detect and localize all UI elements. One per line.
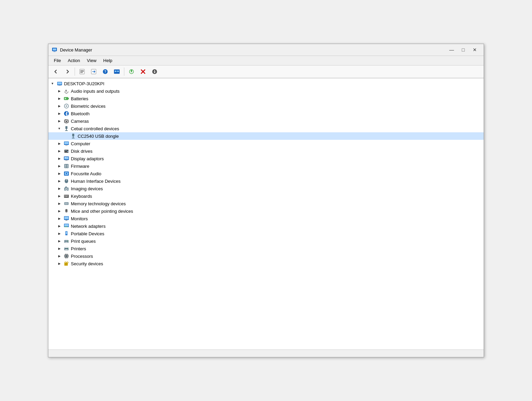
tree-root[interactable]: DESKTOP-3U20KPI [48,80,484,87]
svg-rect-42 [65,145,67,146]
svg-rect-88 [67,226,67,227]
keyboards-expand[interactable] [57,193,62,199]
focusrite-expand[interactable] [57,171,62,176]
tree-item-audio[interactable]: Audio inputs and outputs [48,87,484,95]
svg-point-64 [66,189,67,190]
menu-file[interactable]: File [51,57,64,64]
tree-item-firmware[interactable]: Firmware [48,162,484,170]
audio-expand[interactable] [57,88,62,94]
toolbar-sep-2 [124,68,124,76]
svg-rect-105 [68,255,69,256]
security-expand[interactable] [57,261,62,266]
tree-item-biometric[interactable]: Biometric devices [48,102,484,110]
minimize-button[interactable]: — [446,46,457,54]
svg-rect-107 [65,254,66,254]
content-area: DESKTOP-3U20KPI Audio inputs and outputs [48,78,484,350]
svg-rect-38 [73,136,74,138]
root-expand-btn[interactable] [50,81,55,86]
tree-item-batteries[interactable]: Batteries [48,95,484,102]
remove-device-button[interactable] [138,67,148,76]
menu-help[interactable]: Help [100,57,115,64]
display-icon [63,155,69,162]
tree-item-disk[interactable]: Disk drives [48,147,484,155]
batteries-label: Batteries [71,96,88,101]
maximize-button[interactable]: □ [458,46,469,54]
disable-button[interactable] [149,67,160,76]
disk-expand[interactable] [57,148,62,154]
firmware-icon [63,163,69,169]
tree-item-cebal[interactable]: Cebal controlled devices [48,125,484,132]
svg-rect-97 [65,247,68,248]
portable-expand[interactable] [57,231,62,236]
hid-icon [63,178,69,184]
scan-button[interactable] [126,67,137,76]
tree-item-bluetooth[interactable]: Bluetooth [48,110,484,117]
tree-item-security[interactable]: Security devices [48,260,484,267]
memory-expand[interactable] [57,201,62,206]
svg-rect-45 [65,150,67,151]
remove-device-icon [140,69,146,75]
update-driver-button[interactable] [88,67,99,76]
tree-item-hid[interactable]: Human Interface Devices [48,177,484,185]
properties-button[interactable] [77,67,88,76]
tree-item-network[interactable]: Network adapters [48,222,484,230]
display-expand[interactable] [57,156,62,161]
biometric-expand[interactable] [57,103,62,109]
biometric-icon [63,103,69,109]
device-tree[interactable]: DESKTOP-3U20KPI Audio inputs and outputs [48,78,484,350]
tree-item-computer[interactable]: Computer [48,140,484,147]
svg-rect-36 [65,130,68,131]
processors-icon [63,253,69,259]
svg-rect-99 [67,248,68,249]
svg-point-28 [66,106,67,107]
svg-rect-22 [65,90,67,92]
menu-view[interactable]: View [84,57,99,64]
help-button[interactable]: ? [100,67,111,76]
tree-item-printers[interactable]: Printers [48,245,484,252]
menu-action[interactable]: Action [65,57,83,64]
tree-item-mice[interactable]: Mice and other pointing devices [48,207,484,215]
tree-item-processors[interactable]: Processors [48,252,484,260]
close-button[interactable]: ✕ [469,46,480,54]
back-button[interactable] [50,67,61,76]
cebal-expand[interactable] [57,126,62,131]
svg-rect-70 [64,196,65,197]
tree-item-printq[interactable]: Print queues [48,237,484,245]
svg-rect-54 [67,166,68,167]
svg-rect-68 [66,195,67,196]
svg-rect-21 [59,85,61,86]
tree-item-cameras[interactable]: Cameras [48,117,484,125]
hid-expand[interactable] [57,178,62,184]
bluetooth-expand[interactable] [57,111,62,116]
svg-rect-12 [117,71,119,72]
svg-rect-93 [65,239,68,240]
cameras-expand[interactable] [57,118,62,124]
tree-item-memory[interactable]: Memory technology devices [48,200,484,207]
tree-item-keyboards[interactable]: Keyboards [48,192,484,200]
network-expand[interactable] [57,223,62,229]
hid-label: Human Interface Devices [71,179,121,184]
mice-expand[interactable] [57,208,62,214]
tree-item-portable[interactable]: Portable Devices [48,230,484,237]
status-bar [48,350,484,357]
monitors-expand[interactable] [57,216,62,221]
svg-rect-106 [68,256,69,257]
show-hidden-button[interactable] [111,67,122,76]
tree-item-display[interactable]: Display adaptors [48,155,484,162]
tree-item-monitors[interactable]: Monitors [48,215,484,222]
forward-button[interactable] [62,67,73,76]
tree-item-cc2540[interactable]: CC2540 USB dongle [48,132,484,140]
processors-expand[interactable] [57,253,62,259]
tree-item-focusrite[interactable]: Focusrite Audio [48,170,484,177]
device-manager-window: Device Manager — □ ✕ File Action View He… [48,44,484,357]
bluetooth-label: Bluetooth [71,111,90,116]
printers-expand[interactable] [57,246,62,251]
batteries-expand[interactable] [57,96,62,101]
tree-item-imaging[interactable]: Imaging devices [48,185,484,192]
imaging-expand[interactable] [57,186,62,191]
svg-rect-104 [64,256,65,257]
firmware-expand[interactable] [57,163,62,169]
svg-rect-41 [64,142,68,144]
printq-expand[interactable] [57,238,62,244]
computer-expand[interactable] [57,141,62,146]
